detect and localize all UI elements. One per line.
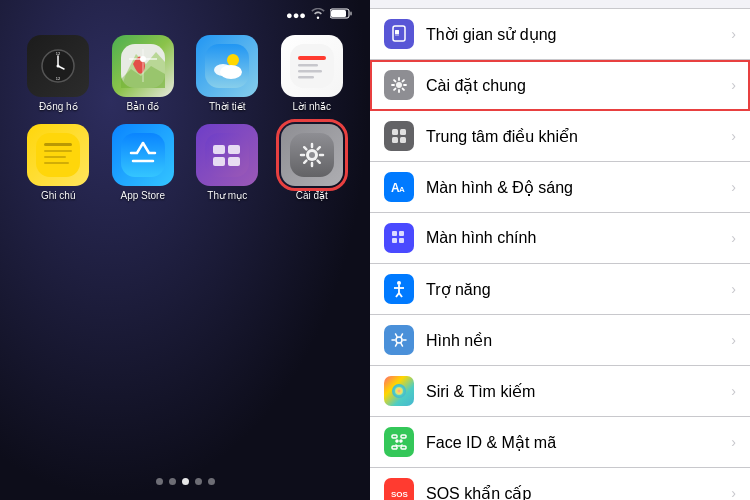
svg-point-45 xyxy=(396,82,402,88)
page-dot-0 xyxy=(156,478,163,485)
chevron-icon: › xyxy=(731,77,736,93)
settings-icon-display: AA xyxy=(384,172,414,202)
settings-label-faceid: Face ID & Mật mã xyxy=(426,433,731,452)
svg-rect-55 xyxy=(400,129,406,135)
app-label-directory: Thư mục xyxy=(207,190,247,201)
svg-rect-44 xyxy=(395,30,399,34)
svg-point-82 xyxy=(396,440,398,442)
settings-item-control[interactable]: Trung tâm điều khiển› xyxy=(370,111,750,162)
svg-rect-57 xyxy=(400,137,406,143)
app-label-weather: Thời tiết xyxy=(209,101,245,112)
settings-panel: Thời gian sử dụng›Cài đặt chung›Trung tâ… xyxy=(370,0,750,500)
app-label-maps: Bản đồ xyxy=(126,101,159,112)
svg-rect-21 xyxy=(44,143,72,146)
settings-icon-wallpaper xyxy=(384,325,414,355)
svg-line-68 xyxy=(399,293,402,297)
svg-rect-23 xyxy=(44,156,66,158)
svg-text:SOS: SOS xyxy=(391,490,408,499)
chevron-icon: › xyxy=(731,26,736,42)
svg-line-53 xyxy=(403,80,404,81)
settings-label-wallpaper: Hình nền xyxy=(426,331,731,350)
app-icon-settings xyxy=(281,124,343,186)
app-item-notes[interactable]: Ghi chú xyxy=(20,124,97,201)
status-icons: ●●● xyxy=(286,8,352,21)
settings-icon-screentime xyxy=(384,19,414,49)
svg-rect-81 xyxy=(401,446,406,449)
svg-rect-1 xyxy=(331,10,346,17)
svg-text:12: 12 xyxy=(56,51,61,56)
settings-item-sos[interactable]: SOSSOS khẩn cấp› xyxy=(370,468,750,500)
battery-icon xyxy=(330,8,352,21)
status-bar: ●●● xyxy=(0,0,370,25)
app-item-maps[interactable]: Bản đồ xyxy=(105,35,182,112)
settings-item-faceid[interactable]: Face ID & Mật mã› xyxy=(370,417,750,468)
svg-rect-26 xyxy=(205,133,249,177)
svg-rect-63 xyxy=(399,238,404,243)
svg-text:12: 12 xyxy=(56,76,61,81)
chevron-icon: › xyxy=(731,383,736,399)
settings-item-homescreen[interactable]: Màn hình chính› xyxy=(370,213,750,264)
app-label-appstore: App Store xyxy=(121,190,165,201)
settings-icon-faceid xyxy=(384,427,414,457)
svg-line-49 xyxy=(394,89,395,90)
svg-rect-16 xyxy=(298,56,326,60)
svg-rect-24 xyxy=(44,162,69,164)
chevron-icon: › xyxy=(731,230,736,246)
app-item-weather[interactable]: Thời tiết xyxy=(189,35,266,112)
settings-label-screentime: Thời gian sử dụng xyxy=(426,25,731,44)
svg-point-83 xyxy=(400,440,402,442)
page-dot-1 xyxy=(169,478,176,485)
settings-label-display: Màn hình & Độ sáng xyxy=(426,178,731,197)
chevron-icon: › xyxy=(731,485,736,500)
svg-rect-2 xyxy=(350,12,352,16)
svg-rect-28 xyxy=(228,145,240,154)
page-dot-3 xyxy=(195,478,202,485)
settings-label-homescreen: Màn hình chính xyxy=(426,229,731,247)
settings-label-sos: SOS khẩn cấp xyxy=(426,484,731,501)
settings-item-wallpaper[interactable]: Hình nền› xyxy=(370,315,750,366)
svg-point-64 xyxy=(397,281,401,285)
svg-rect-54 xyxy=(392,129,398,135)
svg-line-75 xyxy=(401,334,403,337)
app-item-clock[interactable]: 12 12 Đồng hồ xyxy=(20,35,97,112)
settings-list: Thời gian sử dụng›Cài đặt chung›Trung tâ… xyxy=(370,8,750,500)
settings-label-accessibility: Trợ năng xyxy=(426,280,731,299)
settings-item-screentime[interactable]: Thời gian sử dụng› xyxy=(370,8,750,60)
app-item-appstore[interactable]: App Store xyxy=(105,124,182,201)
settings-item-accessibility[interactable]: Trợ năng› xyxy=(370,264,750,315)
wifi-icon xyxy=(311,8,325,21)
iphone-screen: ●●● 12 12 Đ xyxy=(0,0,370,500)
app-icon-maps xyxy=(112,35,174,97)
app-icon-notes xyxy=(27,124,89,186)
app-icon-appstore xyxy=(112,124,174,186)
svg-line-47 xyxy=(403,89,404,90)
app-label-clock: Đồng hồ xyxy=(39,101,78,112)
app-item-reminders[interactable]: Lời nhắc xyxy=(274,35,351,112)
chevron-icon: › xyxy=(731,434,736,450)
app-icon-directory xyxy=(196,124,258,186)
settings-label-control: Trung tâm điều khiển xyxy=(426,127,731,146)
chevron-icon: › xyxy=(731,179,736,195)
settings-icon-homescreen xyxy=(384,223,414,253)
svg-rect-17 xyxy=(298,64,318,67)
app-icon-reminders xyxy=(281,35,343,97)
app-label-settings: Cài đặt xyxy=(296,190,328,201)
settings-item-general[interactable]: Cài đặt chung› xyxy=(370,60,750,111)
svg-line-39 xyxy=(304,147,306,149)
dock-dots xyxy=(156,478,215,485)
settings-icon-siri xyxy=(384,376,414,406)
svg-line-74 xyxy=(396,334,398,337)
settings-item-siri[interactable]: Siri & Tìm kiếm› xyxy=(370,366,750,417)
app-label-reminders: Lời nhắc xyxy=(292,101,331,112)
app-item-directory[interactable]: Thư mục xyxy=(189,124,266,201)
settings-item-display[interactable]: AAMàn hình & Độ sáng› xyxy=(370,162,750,213)
app-item-settings[interactable]: Cài đặt xyxy=(274,124,351,201)
svg-point-33 xyxy=(309,152,315,158)
svg-line-41 xyxy=(317,147,319,149)
app-grid: 12 12 Đồng hồ Bản đồ Thời tiết Lời nhắc xyxy=(0,25,370,211)
svg-point-69 xyxy=(396,337,402,343)
svg-point-14 xyxy=(220,65,242,79)
svg-rect-18 xyxy=(298,70,322,73)
svg-point-12 xyxy=(227,54,239,66)
settings-icon-sos: SOS xyxy=(384,478,414,500)
